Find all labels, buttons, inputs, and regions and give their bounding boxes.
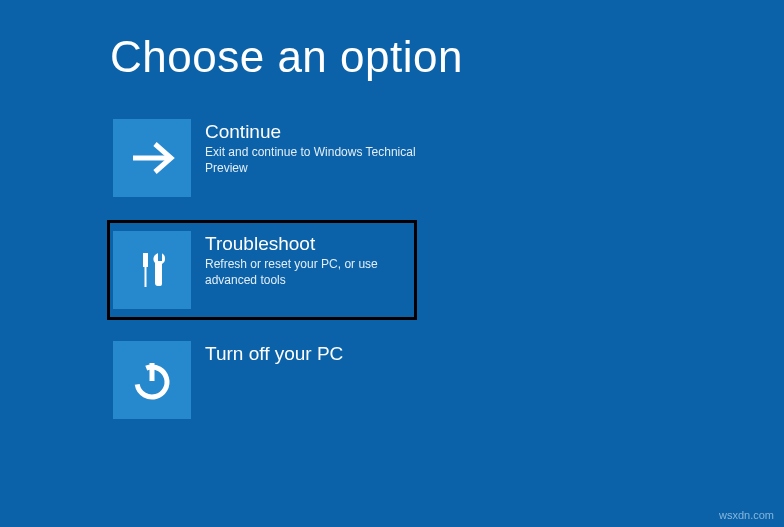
tile-troubleshoot xyxy=(113,231,191,309)
power-icon xyxy=(129,357,175,403)
watermark-text: wsxdn.com xyxy=(719,509,774,521)
option-text-group: Continue Exit and continue to Windows Te… xyxy=(191,119,417,176)
option-continue[interactable]: Continue Exit and continue to Windows Te… xyxy=(110,116,420,200)
option-continue-title: Continue xyxy=(205,121,417,143)
options-container: Choose an option Continue Exit and conti… xyxy=(0,0,784,422)
arrow-right-icon xyxy=(129,135,175,181)
tile-continue xyxy=(113,119,191,197)
option-turnoff-title: Turn off your PC xyxy=(205,343,343,365)
option-text-group: Turn off your PC xyxy=(191,341,343,367)
svg-rect-1 xyxy=(143,253,148,267)
option-troubleshoot-desc: Refresh or reset your PC, or use advance… xyxy=(205,257,408,288)
option-troubleshoot[interactable]: Troubleshoot Refresh or reset your PC, o… xyxy=(107,220,417,320)
option-text-group: Troubleshoot Refresh or reset your PC, o… xyxy=(191,231,408,288)
option-turnoff[interactable]: Turn off your PC xyxy=(110,338,420,422)
tools-icon xyxy=(129,247,175,293)
tile-turnoff xyxy=(113,341,191,419)
page-title: Choose an option xyxy=(110,32,784,82)
svg-rect-3 xyxy=(158,253,162,261)
option-continue-desc: Exit and continue to Windows Technical P… xyxy=(205,145,417,176)
option-troubleshoot-title: Troubleshoot xyxy=(205,233,408,255)
svg-rect-2 xyxy=(145,267,147,287)
